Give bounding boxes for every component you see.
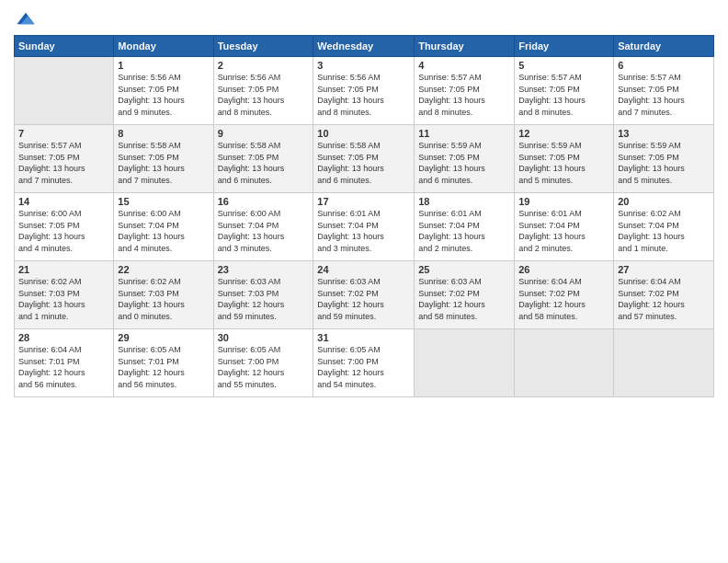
day-info: Sunrise: 6:00 AM Sunset: 7:04 PM Dayligh… — [218, 209, 285, 253]
day-info: Sunrise: 6:03 AM Sunset: 7:02 PM Dayligh… — [317, 277, 384, 321]
day-number: 27 — [618, 264, 710, 275]
day-cell: 24Sunrise: 6:03 AM Sunset: 7:02 PM Dayli… — [313, 261, 415, 329]
day-cell: 27Sunrise: 6:04 AM Sunset: 7:02 PM Dayli… — [614, 261, 714, 329]
day-number: 21 — [18, 264, 109, 275]
week-row-3: 14Sunrise: 6:00 AM Sunset: 7:05 PM Dayli… — [15, 193, 714, 261]
day-number: 1 — [118, 60, 209, 71]
day-info: Sunrise: 6:04 AM Sunset: 7:01 PM Dayligh… — [18, 345, 85, 389]
day-info: Sunrise: 5:56 AM Sunset: 7:05 PM Dayligh… — [218, 73, 285, 117]
day-info: Sunrise: 6:05 AM Sunset: 7:00 PM Dayligh… — [218, 345, 285, 389]
day-cell: 3Sunrise: 5:56 AM Sunset: 7:05 PM Daylig… — [313, 57, 415, 125]
day-info: Sunrise: 5:59 AM Sunset: 7:05 PM Dayligh… — [518, 141, 586, 185]
day-info: Sunrise: 5:58 AM Sunset: 7:05 PM Dayligh… — [118, 141, 185, 185]
day-cell: 5Sunrise: 5:57 AM Sunset: 7:05 PM Daylig… — [515, 57, 614, 125]
col-header-sunday: Sunday — [15, 36, 114, 57]
day-cell: 25Sunrise: 6:03 AM Sunset: 7:02 PM Dayli… — [415, 261, 515, 329]
day-number: 26 — [518, 264, 609, 275]
day-cell: 4Sunrise: 5:57 AM Sunset: 7:05 PM Daylig… — [415, 57, 515, 125]
week-row-1: 1Sunrise: 5:56 AM Sunset: 7:05 PM Daylig… — [15, 57, 714, 125]
day-number: 4 — [418, 60, 510, 71]
day-cell: 10Sunrise: 5:58 AM Sunset: 7:05 PM Dayli… — [313, 125, 415, 193]
day-number: 22 — [118, 264, 209, 275]
day-info: Sunrise: 5:58 AM Sunset: 7:05 PM Dayligh… — [218, 141, 285, 185]
day-number: 10 — [317, 128, 410, 139]
day-number: 24 — [317, 264, 410, 275]
col-header-tuesday: Tuesday — [213, 36, 313, 57]
day-cell — [614, 329, 714, 397]
day-info: Sunrise: 6:05 AM Sunset: 7:00 PM Dayligh… — [317, 345, 384, 389]
day-number: 3 — [317, 60, 410, 71]
day-cell — [415, 329, 515, 397]
day-info: Sunrise: 5:57 AM Sunset: 7:05 PM Dayligh… — [418, 73, 485, 117]
day-info: Sunrise: 6:03 AM Sunset: 7:03 PM Dayligh… — [218, 277, 285, 321]
week-row-2: 7Sunrise: 5:57 AM Sunset: 7:05 PM Daylig… — [15, 125, 714, 193]
day-number: 28 — [18, 332, 109, 343]
day-cell: 29Sunrise: 6:05 AM Sunset: 7:01 PM Dayli… — [114, 329, 213, 397]
day-cell: 26Sunrise: 6:04 AM Sunset: 7:02 PM Dayli… — [515, 261, 614, 329]
day-info: Sunrise: 6:02 AM Sunset: 7:04 PM Dayligh… — [618, 209, 685, 253]
day-number: 6 — [618, 60, 710, 71]
day-number: 11 — [418, 128, 510, 139]
day-info: Sunrise: 6:00 AM Sunset: 7:05 PM Dayligh… — [18, 209, 85, 253]
day-cell — [515, 329, 614, 397]
col-header-monday: Monday — [114, 36, 213, 57]
day-cell: 20Sunrise: 6:02 AM Sunset: 7:04 PM Dayli… — [614, 193, 714, 261]
day-cell: 2Sunrise: 5:56 AM Sunset: 7:05 PM Daylig… — [213, 57, 313, 125]
day-number: 12 — [518, 128, 609, 139]
day-cell: 6Sunrise: 5:57 AM Sunset: 7:05 PM Daylig… — [614, 57, 714, 125]
day-info: Sunrise: 6:02 AM Sunset: 7:03 PM Dayligh… — [18, 277, 85, 321]
week-row-5: 28Sunrise: 6:04 AM Sunset: 7:01 PM Dayli… — [15, 329, 714, 397]
col-header-thursday: Thursday — [415, 36, 515, 57]
col-header-saturday: Saturday — [614, 36, 714, 57]
day-number: 5 — [518, 60, 609, 71]
day-cell: 8Sunrise: 5:58 AM Sunset: 7:05 PM Daylig… — [114, 125, 213, 193]
day-number: 19 — [518, 196, 609, 207]
day-number: 31 — [317, 332, 410, 343]
day-cell: 28Sunrise: 6:04 AM Sunset: 7:01 PM Dayli… — [15, 329, 114, 397]
day-number: 7 — [18, 128, 109, 139]
day-number: 9 — [218, 128, 310, 139]
col-header-friday: Friday — [515, 36, 614, 57]
day-number: 17 — [317, 196, 410, 207]
day-number: 18 — [418, 196, 510, 207]
logo — [14, 9, 36, 29]
day-number: 16 — [218, 196, 310, 207]
day-number: 29 — [118, 332, 209, 343]
col-header-wednesday: Wednesday — [313, 36, 415, 57]
day-info: Sunrise: 6:05 AM Sunset: 7:01 PM Dayligh… — [118, 345, 185, 389]
day-info: Sunrise: 6:02 AM Sunset: 7:03 PM Dayligh… — [118, 277, 185, 321]
day-cell: 23Sunrise: 6:03 AM Sunset: 7:03 PM Dayli… — [213, 261, 313, 329]
day-number: 25 — [418, 264, 510, 275]
day-number: 14 — [18, 196, 109, 207]
day-number: 30 — [218, 332, 310, 343]
logo-icon — [16, 9, 36, 29]
day-cell: 21Sunrise: 6:02 AM Sunset: 7:03 PM Dayli… — [15, 261, 114, 329]
day-info: Sunrise: 5:58 AM Sunset: 7:05 PM Dayligh… — [317, 141, 384, 185]
day-number: 23 — [218, 264, 310, 275]
day-cell: 18Sunrise: 6:01 AM Sunset: 7:04 PM Dayli… — [415, 193, 515, 261]
day-info: Sunrise: 6:03 AM Sunset: 7:02 PM Dayligh… — [418, 277, 485, 321]
day-info: Sunrise: 6:01 AM Sunset: 7:04 PM Dayligh… — [317, 209, 384, 253]
day-cell — [15, 57, 114, 125]
day-cell: 13Sunrise: 5:59 AM Sunset: 7:05 PM Dayli… — [614, 125, 714, 193]
calendar-table: SundayMondayTuesdayWednesdayThursdayFrid… — [14, 35, 714, 397]
day-cell: 22Sunrise: 6:02 AM Sunset: 7:03 PM Dayli… — [114, 261, 213, 329]
day-cell: 11Sunrise: 5:59 AM Sunset: 7:05 PM Dayli… — [415, 125, 515, 193]
day-cell: 1Sunrise: 5:56 AM Sunset: 7:05 PM Daylig… — [114, 57, 213, 125]
day-cell: 7Sunrise: 5:57 AM Sunset: 7:05 PM Daylig… — [15, 125, 114, 193]
day-cell: 12Sunrise: 5:59 AM Sunset: 7:05 PM Dayli… — [515, 125, 614, 193]
header-row: SundayMondayTuesdayWednesdayThursdayFrid… — [15, 36, 714, 57]
page-container: SundayMondayTuesdayWednesdayThursdayFrid… — [0, 0, 728, 407]
day-number: 13 — [618, 128, 710, 139]
day-info: Sunrise: 6:04 AM Sunset: 7:02 PM Dayligh… — [518, 277, 586, 321]
day-info: Sunrise: 5:56 AM Sunset: 7:05 PM Dayligh… — [317, 73, 384, 117]
day-info: Sunrise: 5:57 AM Sunset: 7:05 PM Dayligh… — [518, 73, 586, 117]
day-cell: 30Sunrise: 6:05 AM Sunset: 7:00 PM Dayli… — [213, 329, 313, 397]
day-cell: 16Sunrise: 6:00 AM Sunset: 7:04 PM Dayli… — [213, 193, 313, 261]
day-info: Sunrise: 6:00 AM Sunset: 7:04 PM Dayligh… — [118, 209, 185, 253]
day-number: 15 — [118, 196, 209, 207]
day-info: Sunrise: 5:59 AM Sunset: 7:05 PM Dayligh… — [418, 141, 485, 185]
day-cell: 14Sunrise: 6:00 AM Sunset: 7:05 PM Dayli… — [15, 193, 114, 261]
day-info: Sunrise: 6:01 AM Sunset: 7:04 PM Dayligh… — [518, 209, 586, 253]
week-row-4: 21Sunrise: 6:02 AM Sunset: 7:03 PM Dayli… — [15, 261, 714, 329]
